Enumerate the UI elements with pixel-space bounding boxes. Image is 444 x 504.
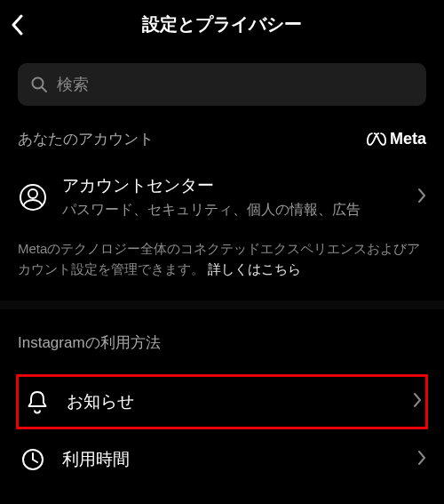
account-section-label: あなたのアカウント xyxy=(18,129,154,149)
meta-icon xyxy=(367,132,386,146)
svg-point-0 xyxy=(33,78,44,89)
notifications-label: お知らせ xyxy=(67,390,399,413)
meta-logo: Meta xyxy=(367,130,426,148)
account-section-note: Metaのテクノロジー全体のコネクテッドエクスペリエンスおよびアカウント設定を管… xyxy=(18,230,426,300)
time-spent-label: 利用時間 xyxy=(62,448,403,471)
account-center-subtitle: パスワード、セキュリティ、個人の情報、広告 xyxy=(62,201,403,220)
time-spent-row[interactable]: 利用時間 xyxy=(18,436,426,483)
svg-line-1 xyxy=(43,88,47,92)
chevron-right-icon xyxy=(417,450,426,466)
svg-point-3 xyxy=(28,189,37,198)
search-icon xyxy=(30,76,48,93)
search-input[interactable]: 検索 xyxy=(18,63,426,106)
account-center-row[interactable]: アカウントセンター パスワード、セキュリティ、個人の情報、広告 xyxy=(18,164,426,230)
usage-section-label: Instagramの利用方法 xyxy=(18,332,161,353)
notifications-row[interactable]: お知らせ xyxy=(16,374,428,429)
chevron-right-icon xyxy=(417,188,426,204)
clock-icon xyxy=(20,447,45,472)
learn-more-link[interactable]: 詳しくはこちら xyxy=(208,261,301,276)
page-title: 設定とプライバシー xyxy=(14,12,430,36)
section-divider xyxy=(0,300,444,309)
account-icon xyxy=(19,183,47,212)
chevron-left-icon xyxy=(11,14,23,36)
account-center-title: アカウントセンター xyxy=(62,174,403,197)
search-placeholder: 検索 xyxy=(57,74,89,95)
back-button[interactable] xyxy=(11,14,23,36)
chevron-right-icon xyxy=(413,392,422,408)
bell-icon xyxy=(25,389,50,414)
